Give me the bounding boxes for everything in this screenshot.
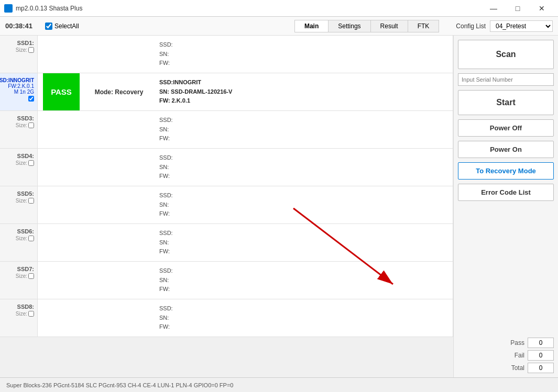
ssd4-label-col: SSD4: Size: bbox=[0, 149, 38, 186]
toolbar: 00:38:41 SelectAll Main Settings Result … bbox=[0, 17, 558, 36]
ssd-row-1: SSD1: Size: SSD: SN: FW: bbox=[0, 36, 453, 73]
recovery-mode-button[interactable]: To Recovery Mode bbox=[458, 162, 554, 180]
ssd1-checkbox[interactable] bbox=[28, 47, 34, 53]
select-all-area[interactable]: SelectAll bbox=[45, 23, 79, 30]
ssd5-ssd: SSD: bbox=[159, 191, 446, 200]
ssd8-sn: SN: bbox=[159, 313, 446, 323]
ssd5-label: SSD5: bbox=[17, 191, 34, 197]
power-off-button[interactable]: Power Off bbox=[458, 119, 554, 137]
ssd2-ssd: SSD:INNOGRIT bbox=[159, 78, 446, 87]
ssd8-checkbox[interactable] bbox=[28, 311, 34, 317]
select-all-checkbox[interactable] bbox=[45, 23, 52, 30]
ssd3-status-col bbox=[38, 111, 85, 148]
ssd6-ssd: SSD: bbox=[159, 229, 446, 238]
select-all-label: SelectAll bbox=[54, 23, 79, 30]
tab-bar: Main Settings Result FTK bbox=[294, 20, 439, 32]
ssd3-label: SSD3: bbox=[17, 115, 34, 121]
pass-label: Pass bbox=[510, 339, 524, 346]
ssd1-status-col bbox=[38, 36, 85, 73]
ssd8-fw: FW: bbox=[159, 322, 446, 332]
ssd2-checkbox[interactable] bbox=[28, 96, 34, 102]
tab-result[interactable]: Result bbox=[370, 20, 408, 32]
ssd4-checkbox[interactable] bbox=[28, 160, 34, 166]
ssd8-label-col: SSD8: Size: bbox=[0, 299, 38, 337]
ssd4-ssd: SSD: bbox=[159, 153, 446, 163]
ssd3-sn: SN: bbox=[159, 125, 446, 135]
ssd4-size: Size: bbox=[16, 160, 34, 166]
ssd8-label: SSD8: bbox=[17, 304, 34, 310]
tab-main[interactable]: Main bbox=[294, 20, 328, 32]
right-panel: Scan Start Power Off Power On To Recover… bbox=[453, 36, 558, 377]
status-text: Super Blocks-236 PGcnt-5184 SLC PGcnt-95… bbox=[6, 382, 233, 388]
ssd7-ssd: SSD: bbox=[159, 266, 446, 276]
ssd8-ssd: SSD: bbox=[159, 304, 446, 313]
ssd4-info: SSD: SN: FW: bbox=[153, 149, 453, 186]
ssd-row-5: SSD5: Size: SSD: SN: FW: bbox=[0, 186, 453, 224]
fail-label: Fail bbox=[515, 352, 524, 359]
ssd3-size: Size: bbox=[16, 122, 34, 128]
power-on-button[interactable]: Power On bbox=[458, 141, 554, 158]
window-controls: — □ ✕ bbox=[482, 0, 554, 17]
ssd6-info: SSD: SN: FW: bbox=[153, 224, 453, 261]
ssd6-sn: SN: bbox=[159, 238, 446, 248]
minimize-button[interactable]: — bbox=[482, 0, 506, 17]
ssd6-status-col bbox=[38, 224, 85, 261]
ssd5-checkbox[interactable] bbox=[28, 198, 34, 204]
status-bar: Super Blocks-236 PGcnt-5184 SLC PGcnt-95… bbox=[0, 377, 558, 392]
ssd7-mode-col bbox=[85, 262, 153, 299]
ssd3-checkbox[interactable] bbox=[28, 122, 34, 128]
scan-button[interactable]: Scan bbox=[458, 40, 554, 69]
app-icon bbox=[4, 4, 13, 13]
ssd1-mode-col bbox=[85, 36, 153, 73]
ssd5-mode-col bbox=[85, 186, 153, 223]
ssd2-status-pass: PASS bbox=[43, 73, 80, 110]
ssd2-fw: FW: 2.K.0.1 bbox=[159, 96, 446, 106]
ssd2-status-col: PASS bbox=[38, 73, 85, 110]
ssd-row-8: SSD8: Size: SSD: SN: FW: bbox=[0, 299, 453, 337]
ssd4-mode-col bbox=[85, 149, 153, 186]
total-count-input[interactable] bbox=[528, 363, 554, 373]
ssd2-size bbox=[28, 96, 34, 102]
ssd2-m-label: M 1n 2G bbox=[14, 89, 34, 95]
ssd2-fw-label: FW:2.K.0.1 bbox=[8, 83, 34, 89]
ssd6-label-col: SSD6: Size: bbox=[0, 224, 38, 261]
ssd-list: SSD1: Size: SSD: SN: FW: SSD:INNOGRIT bbox=[0, 36, 453, 337]
ssd-row-7: SSD7: Size: SSD: SN: FW: bbox=[0, 262, 453, 299]
ssd3-ssd: SSD: bbox=[159, 116, 446, 125]
close-button[interactable]: ✕ bbox=[530, 0, 554, 17]
ssd4-fw: FW: bbox=[159, 172, 446, 181]
tab-ftk[interactable]: FTK bbox=[408, 20, 440, 32]
ssd8-mode-col bbox=[85, 299, 153, 337]
serial-number-input[interactable] bbox=[458, 73, 554, 86]
ssd6-checkbox[interactable] bbox=[28, 236, 34, 241]
ssd6-size: Size: bbox=[16, 236, 34, 241]
ssd5-size: Size: bbox=[16, 198, 34, 204]
ssd1-info: SSD: SN: FW: bbox=[153, 36, 453, 73]
ssd-row-4: SSD4: Size: SSD: SN: FW: bbox=[0, 149, 453, 186]
ssd3-fw: FW: bbox=[159, 134, 446, 143]
ssd-row-2: SSD:INNOGRIT FW:2.K.0.1 M 1n 2G PASS Mod… bbox=[0, 73, 453, 111]
error-code-list-button[interactable]: Error Code List bbox=[458, 184, 554, 201]
ssd7-info: SSD: SN: FW: bbox=[153, 262, 453, 299]
pass-count-input[interactable] bbox=[528, 338, 554, 348]
clock-display: 00:38:41 bbox=[5, 22, 37, 30]
start-button[interactable]: Start bbox=[458, 90, 554, 115]
ssd3-info: SSD: SN: FW: bbox=[153, 111, 453, 148]
ssd2-info: SSD:INNOGRIT SN: SSD-DRAML-120216-V FW: … bbox=[153, 73, 453, 110]
ssd8-size: Size: bbox=[16, 311, 34, 317]
config-area: Config List 04_Pretest bbox=[456, 20, 553, 32]
ssd6-fw: FW: bbox=[159, 247, 446, 256]
ssd6-label: SSD6: bbox=[17, 228, 34, 234]
maximize-button[interactable]: □ bbox=[506, 0, 530, 17]
ssd5-info: SSD: SN: FW: bbox=[153, 186, 453, 223]
ssd2-label-col: SSD:INNOGRIT FW:2.K.0.1 M 1n 2G bbox=[0, 73, 38, 110]
counts-section: Pass Fail Total bbox=[458, 338, 554, 373]
config-select[interactable]: 04_Pretest bbox=[490, 20, 553, 32]
ssd7-label: SSD7: bbox=[17, 266, 34, 272]
fail-count-input[interactable] bbox=[528, 350, 554, 361]
tab-settings[interactable]: Settings bbox=[328, 20, 370, 32]
ssd7-fw: FW: bbox=[159, 285, 446, 294]
total-label: Total bbox=[511, 364, 524, 372]
ssd4-sn: SN: bbox=[159, 163, 446, 172]
ssd7-checkbox[interactable] bbox=[28, 273, 34, 279]
